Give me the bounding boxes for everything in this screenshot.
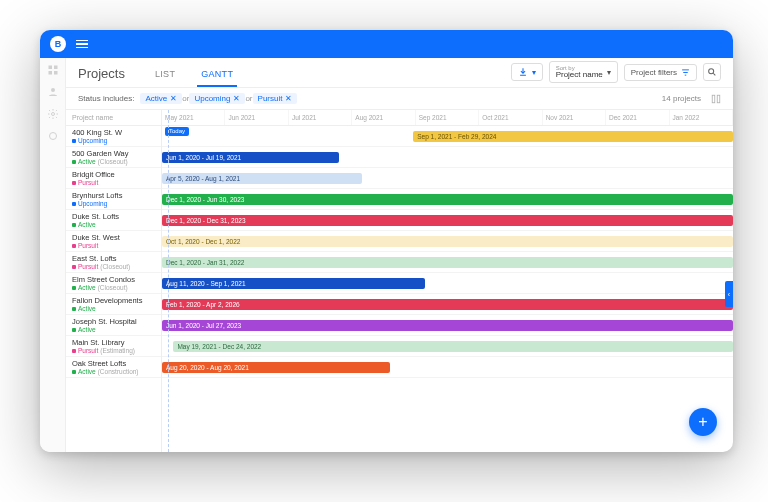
- project-name: 500 Garden Way: [72, 149, 155, 158]
- sort-button[interactable]: Sort by Project name ▾: [549, 61, 618, 83]
- svg-rect-0: [48, 66, 52, 70]
- apps-icon[interactable]: [47, 64, 59, 76]
- month-cell: Jan 2022: [670, 110, 733, 125]
- download-icon: [518, 67, 528, 77]
- project-row[interactable]: Elm Street CondosActive (Closeout): [66, 273, 161, 294]
- month-cell: Jun 2021: [225, 110, 288, 125]
- svg-point-4: [51, 88, 55, 92]
- col-header-project: Project name: [66, 110, 161, 126]
- gantt-bar[interactable]: Jun 1, 2020 - Jul 19, 2021: [162, 152, 339, 163]
- project-name: Joseph St. Hospital: [72, 317, 155, 326]
- gantt-bar[interactable]: Sep 1, 2021 - Feb 29, 2024: [413, 131, 733, 142]
- project-row[interactable]: Brynhurst LoftsUpcoming: [66, 189, 161, 210]
- gantt-row: Feb 1, 2020 - Apr 2, 2026: [162, 294, 733, 315]
- project-row[interactable]: Main St. LibraryPursuit (Estimating): [66, 336, 161, 357]
- add-button[interactable]: +: [689, 408, 717, 436]
- project-row[interactable]: 500 Garden WayActive (Closeout): [66, 147, 161, 168]
- filters-button[interactable]: Project filters: [624, 64, 697, 81]
- project-name: Duke St. West: [72, 233, 155, 242]
- gantt-bar[interactable]: Oct 1, 2020 - Dec 1, 2022: [162, 236, 733, 247]
- project-status: Pursuit (Estimating): [72, 347, 155, 354]
- search-icon: [707, 67, 717, 77]
- project-status: Pursuit: [72, 179, 155, 186]
- month-cell: Sep 2021: [416, 110, 479, 125]
- month-cell: Oct 2021: [479, 110, 542, 125]
- project-status: Active: [72, 326, 155, 333]
- project-status: Upcoming: [72, 200, 155, 207]
- gantt-bar[interactable]: Dec 1, 2020 - Jan 31, 2022: [162, 257, 733, 268]
- svg-rect-3: [54, 71, 58, 75]
- month-cell: Aug 2021: [352, 110, 415, 125]
- people-icon[interactable]: [47, 86, 59, 98]
- filter-chip-active[interactable]: Active ✕: [140, 93, 182, 104]
- gantt-row: Jun 1, 2020 - Jul 19, 2021: [162, 147, 733, 168]
- filter-chip-upcoming[interactable]: Upcoming ✕: [189, 93, 245, 104]
- gantt-row: Aug 20, 2020 - Aug 20, 2021: [162, 357, 733, 378]
- gear-icon[interactable]: [47, 130, 59, 142]
- remove-icon[interactable]: ✕: [233, 94, 240, 103]
- svg-rect-2: [48, 71, 52, 75]
- project-name: Elm Street Condos: [72, 275, 155, 284]
- gantt-row: Dec 1, 2020 - Jun 30, 2023: [162, 189, 733, 210]
- project-row[interactable]: Duke St. LoftsActive: [66, 210, 161, 231]
- svg-rect-9: [717, 95, 720, 103]
- project-row[interactable]: Joseph St. HospitalActive: [66, 315, 161, 336]
- svg-point-5: [51, 113, 54, 116]
- search-button[interactable]: [703, 63, 721, 81]
- remove-icon[interactable]: ✕: [170, 94, 177, 103]
- svg-point-7: [709, 69, 714, 74]
- project-row[interactable]: 400 King St. WUpcoming: [66, 126, 161, 147]
- settings-icon[interactable]: [47, 108, 59, 120]
- project-name: 400 King St. W: [72, 128, 155, 137]
- gantt-row: Aug 11, 2020 - Sep 1, 2021: [162, 273, 733, 294]
- remove-icon[interactable]: ✕: [285, 94, 292, 103]
- gantt-bar[interactable]: May 19, 2021 - Dec 24, 2022: [173, 341, 733, 352]
- side-handle[interactable]: ‹: [725, 281, 733, 307]
- project-row[interactable]: Duke St. WestPursuit: [66, 231, 161, 252]
- tab-list[interactable]: LIST: [151, 63, 179, 87]
- month-cell: Dec 2021: [606, 110, 669, 125]
- svg-point-6: [49, 133, 56, 140]
- tab-gantt[interactable]: GANTT: [197, 63, 237, 87]
- project-row[interactable]: Oak Street LoftsActive (Construction): [66, 357, 161, 378]
- svg-rect-1: [54, 66, 58, 70]
- project-name: Fallon Developments: [72, 296, 155, 305]
- month-cell: May 2021: [162, 110, 225, 125]
- project-row[interactable]: Bridgit OfficePursuit: [66, 168, 161, 189]
- project-row[interactable]: Fallon DevelopmentsActive: [66, 294, 161, 315]
- page-title: Projects: [78, 66, 125, 81]
- topbar: B: [40, 30, 733, 58]
- filter-label: Status includes:: [78, 94, 134, 103]
- gantt-bar[interactable]: Jun 1, 2020 - Jul 27, 2023: [162, 320, 733, 331]
- project-name: Brynhurst Lofts: [72, 191, 155, 200]
- today-line: [168, 110, 169, 452]
- menu-icon[interactable]: [76, 40, 88, 49]
- export-button[interactable]: ▾: [511, 63, 543, 81]
- columns-icon[interactable]: [711, 94, 721, 104]
- project-status: Active: [72, 305, 155, 312]
- timeline-header: May 2021Jun 2021Jul 2021Aug 2021Sep 2021…: [162, 110, 733, 126]
- project-status: Pursuit (Closeout): [72, 263, 155, 270]
- project-count: 14 projects: [662, 94, 701, 103]
- gantt-row: Dec 1, 2020 - Dec 31, 2023: [162, 210, 733, 231]
- gantt-bar[interactable]: Dec 1, 2020 - Jun 30, 2023: [162, 194, 733, 205]
- svg-rect-8: [712, 95, 715, 103]
- project-row[interactable]: East St. LoftsPursuit (Closeout): [66, 252, 161, 273]
- gantt-bar[interactable]: Feb 1, 2020 - Apr 2, 2026: [162, 299, 733, 310]
- gantt-bar[interactable]: Aug 11, 2020 - Sep 1, 2021: [162, 278, 425, 289]
- gantt-bar[interactable]: Aug 20, 2020 - Aug 20, 2021: [162, 362, 390, 373]
- gantt-row: Jun 1, 2020 - Jul 27, 2023: [162, 315, 733, 336]
- gantt-row: Oct 1, 2020 - Dec 1, 2022: [162, 231, 733, 252]
- filter-chip-pursuit[interactable]: Pursuit ✕: [253, 93, 298, 104]
- month-cell: Jul 2021: [289, 110, 352, 125]
- gantt-chart: Project name 400 King St. WUpcoming500 G…: [66, 110, 733, 452]
- filter-icon: [681, 68, 690, 77]
- project-name: Bridgit Office: [72, 170, 155, 179]
- gantt-bar[interactable]: Apr 5, 2020 - Aug 1, 2021: [162, 173, 362, 184]
- project-status: Active (Construction): [72, 368, 155, 375]
- project-name: Oak Street Lofts: [72, 359, 155, 368]
- gantt-row: TodaySep 1, 2021 - Feb 29, 2024: [162, 126, 733, 147]
- project-status: Active: [72, 221, 155, 228]
- project-status: Pursuit: [72, 242, 155, 249]
- gantt-bar[interactable]: Dec 1, 2020 - Dec 31, 2023: [162, 215, 733, 226]
